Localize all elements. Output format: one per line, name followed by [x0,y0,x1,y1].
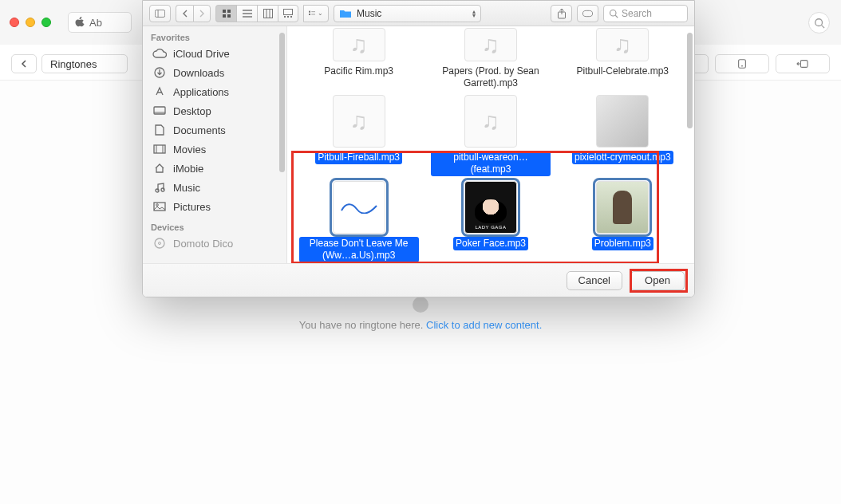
share-icon [557,8,567,19]
group-by-segment: ⌄ [303,5,329,22]
file-item[interactable]: LADY GAGA Poker Face.mp3 [431,181,551,262]
document-icon [152,124,167,136]
bg-search-button[interactable] [808,12,830,33]
group-by-button[interactable]: ⌄ [303,5,329,22]
grid-icon [222,9,231,18]
sidebar-item-label: Documents [173,124,226,136]
sidebar-item-label: Domoto Dico [173,238,233,250]
window-controls [10,18,51,27]
file-name: Poker Face.mp3 [453,237,528,250]
address-bar[interactable]: Ab [68,12,132,33]
cancel-button-label: Cancel [578,274,610,286]
folder-popup[interactable]: Music ▴▾ [334,5,481,22]
sidebar-item-desktop[interactable]: Desktop [143,101,286,120]
sidebar-item-downloads[interactable]: Downloads [143,63,286,82]
cover-art-icon [475,199,507,223]
sidebar-item-remote-disc[interactable]: Domoto Dico [143,234,286,253]
file-item[interactable]: pixielott-crymeout.mp3 [563,95,682,176]
zoom-window-button[interactable] [41,18,51,27]
sidebar-icon [155,9,165,18]
export-button[interactable] [776,54,830,73]
sidebar-item-imobie[interactable]: iMobie [143,159,286,178]
view-list-button[interactable] [236,5,257,22]
bg-back-button[interactable] [11,54,37,73]
file-grid: ♫ Pacific Rim.mp3 ♫ Papers (Prod. by Sea… [287,26,694,263]
svg-line-1 [821,25,824,28]
file-item[interactable]: ♫ Papers (Prod. by Sean Garrett).mp3 [431,28,551,90]
search-icon [609,9,618,18]
file-item[interactable]: Please Don't Leave Me (Ww…a.Us).mp3 [299,181,419,262]
file-name: pitbull-weareon…(feat.mp3 [431,151,551,176]
music-note-icon: ♫ [482,31,500,58]
sidebar-item-label: Movies [173,144,206,156]
svg-rect-8 [223,10,226,13]
cover-art-icon [341,201,377,214]
download-icon [152,66,167,79]
sidebar-group-favorites: Favorites [143,26,286,44]
music-note-icon: ♫ [614,31,632,58]
empty-state-text: You have no ringtone here. Click to add … [0,319,841,331]
view-gallery-button[interactable] [278,5,298,22]
file-grid-area: ♫ Pacific Rim.mp3 ♫ Papers (Prod. by Sea… [287,26,694,263]
sidebar-item-pictures[interactable]: Pictures [143,197,286,216]
svg-rect-27 [582,10,592,16]
scrollbar[interactable] [279,33,285,172]
file-item[interactable]: Problem.mp3 [563,181,682,262]
columns-icon [263,9,273,18]
nav-back-button[interactable] [176,5,193,22]
file-item[interactable]: ♫ Pitbull-Fireball.mp3 [299,95,419,176]
sidebar-item-applications[interactable]: Applications [143,82,286,101]
file-open-dialog: ⌄ Music ▴▾ Search Favorites iCloud Drive [142,0,695,297]
file-thumbnail [596,95,649,148]
sidebar-item-label: Pictures [173,201,211,213]
file-item[interactable]: ♫ Pacific Rim.mp3 [299,28,419,90]
svg-point-4 [741,65,743,67]
cover-art-icon [613,191,632,224]
sidebar-item-icloud[interactable]: iCloud Drive [143,44,286,63]
breadcrumb-label: Ringtones [50,58,97,70]
file-item[interactable]: ♫ Pitbull-Celebrate.mp3 [563,28,682,90]
search-field[interactable]: Search [603,5,688,22]
export-icon [796,58,809,69]
open-button[interactable]: Open [630,271,685,290]
search-placeholder: Search [622,8,652,19]
file-item[interactable]: ♫ pitbull-weareon…(feat.mp3 [431,95,551,176]
file-thumbnail: LADY GAGA [464,181,517,234]
share-button[interactable] [551,5,572,22]
view-segment [215,5,298,22]
list-icon [243,10,252,18]
view-columns-button[interactable] [257,5,278,22]
svg-point-39 [156,204,159,207]
device-icon [736,58,748,69]
tags-button[interactable] [577,5,598,22]
cloud-icon [152,47,167,60]
svg-point-37 [161,188,164,191]
sidebar-item-music[interactable]: Music [143,178,286,197]
svg-rect-9 [227,10,231,13]
chevron-left-icon [182,10,188,18]
file-name: Pitbull-Fireball.mp3 [315,151,402,164]
nav-forward-button[interactable] [193,5,211,22]
dialog-body: Favorites iCloud Drive Downloads Applica… [143,26,694,263]
svg-rect-20 [287,16,289,18]
sidebar-item-label: iCloud Drive [173,48,230,60]
scrollbar[interactable] [687,33,693,128]
file-thumbnail [596,181,649,234]
add-content-link[interactable]: Click to add new content. [426,319,542,331]
search-icon [814,18,825,29]
minimize-window-button[interactable] [26,18,35,27]
sidebar-item-documents[interactable]: Documents [143,120,286,140]
sidebar-toggle-button[interactable] [149,5,171,22]
sidebar-item-movies[interactable]: Movies [143,140,286,159]
svg-rect-19 [284,16,286,18]
open-button-label: Open [645,274,670,286]
view-icons-button[interactable] [215,5,236,22]
empty-state-icon [413,297,428,313]
todevice-button[interactable] [715,54,769,73]
svg-rect-11 [227,14,231,18]
music-note-icon: ♫ [349,31,368,58]
cancel-button[interactable]: Cancel [567,271,622,290]
breadcrumb[interactable]: Ringtones [41,54,128,73]
close-window-button[interactable] [10,18,19,27]
svg-point-40 [155,238,164,248]
